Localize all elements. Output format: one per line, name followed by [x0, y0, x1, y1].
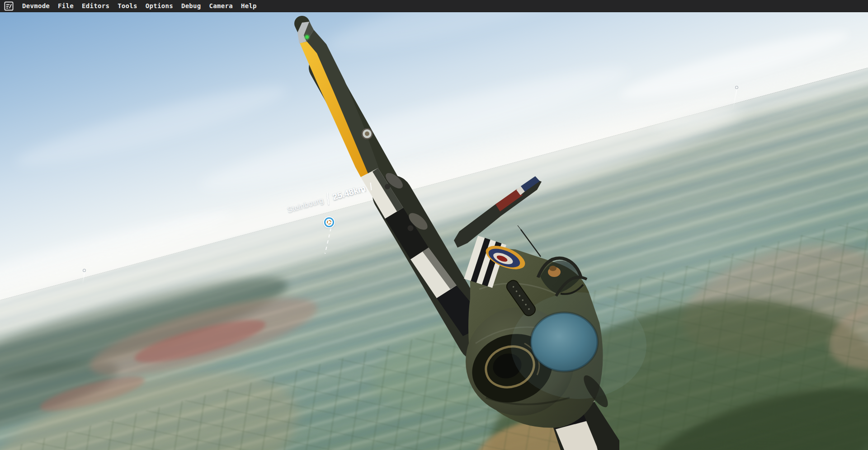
- poi-circle-icon[interactable]: [324, 217, 334, 227]
- poi-divider: [327, 192, 329, 205]
- menu-item-options[interactable]: Options: [142, 0, 177, 12]
- menu-item-tools[interactable]: Tools: [113, 0, 142, 12]
- flight-sim-devmode-screen: Devmode File Editors Tools Options Debug…: [0, 0, 868, 450]
- devmode-icon: [4, 1, 14, 11]
- poi-end-dot-icon: [362, 190, 364, 192]
- distant-poi-marker[interactable]: [735, 86, 738, 110]
- menu-item-file[interactable]: File: [54, 0, 78, 12]
- poi-trail: [82, 272, 85, 285]
- devmode-menu-bar: Devmode File Editors Tools Options Debug…: [0, 0, 868, 12]
- distant-poi-marker[interactable]: [83, 269, 86, 285]
- menu-item-help[interactable]: Help: [237, 0, 261, 12]
- menu-item-editors[interactable]: Editors: [78, 0, 113, 12]
- menu-item-camera[interactable]: Camera: [205, 0, 237, 12]
- menu-item-debug[interactable]: Debug: [177, 0, 205, 12]
- menu-item-devmode[interactable]: Devmode: [18, 0, 54, 12]
- 3d-viewport[interactable]: [0, 12, 868, 450]
